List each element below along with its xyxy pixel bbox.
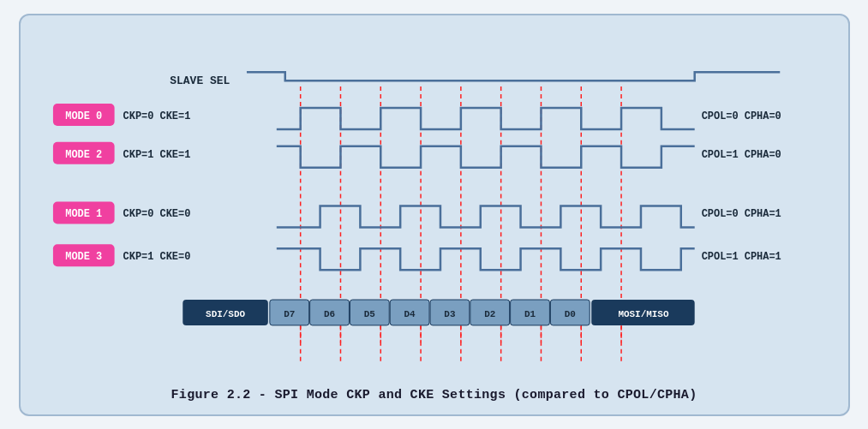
diagram-container: text { font-family: 'Courier New', Couri…: [19, 14, 850, 416]
mode0-right-params: CPOL=0 CPHA=0: [701, 110, 781, 122]
d1-label: D1: [524, 308, 536, 319]
d4-label: D4: [404, 308, 416, 319]
diagram-area: text { font-family: 'Courier New', Couri…: [38, 31, 831, 381]
mode1-params: CKP=0 CKE=0: [123, 208, 190, 220]
d2-label: D2: [484, 308, 495, 319]
mode0-params: CKP=0 CKE=1: [123, 110, 190, 122]
d0-label: D0: [564, 308, 575, 319]
d7-label: D7: [284, 308, 295, 319]
mode3-label: MODE 3: [65, 251, 102, 263]
mode2-label: MODE 2: [65, 148, 102, 160]
figure-caption: Figure 2.2 - SPI Mode CKP and CKE Settin…: [171, 388, 697, 402]
d6-label: D6: [323, 308, 334, 319]
mode2-params: CKP=1 CKE=1: [123, 148, 190, 160]
mosi-miso-label: MOSI/MISO: [618, 308, 669, 319]
mode2-right-params: CPOL=1 CPHA=0: [701, 148, 781, 160]
mode0-label: MODE 0: [65, 110, 102, 122]
d3-label: D3: [444, 308, 456, 319]
d5-label: D5: [363, 308, 374, 319]
mode3-params: CKP=1 CKE=0: [123, 251, 190, 263]
mode3-right-params: CPOL=1 CPHA=1: [701, 251, 781, 263]
sdi-sdo-label: SDI/SDO: [206, 308, 245, 319]
slave-sel-label: SLAVE SEL: [170, 74, 230, 87]
mode1-label: MODE 1: [65, 208, 102, 220]
mode1-right-params: CPOL=0 CPHA=1: [701, 208, 781, 220]
